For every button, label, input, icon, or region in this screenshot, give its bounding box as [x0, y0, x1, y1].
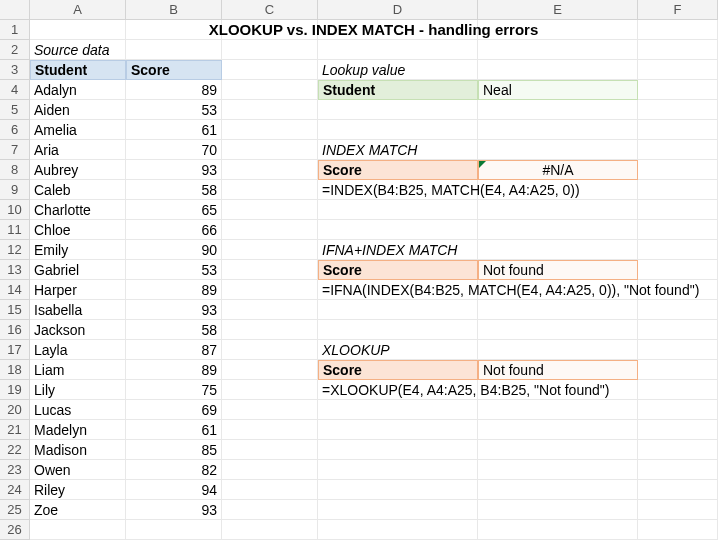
- student-score[interactable]: 85: [126, 440, 222, 460]
- ifna-result[interactable]: Not found: [478, 260, 638, 280]
- row-header-20[interactable]: 20: [0, 400, 30, 420]
- index-match-formula[interactable]: =INDEX(B4:B25, MATCH(E4, A4:A25, 0)): [318, 180, 478, 200]
- student-name[interactable]: Lily: [30, 380, 126, 400]
- row-header-8[interactable]: 8: [0, 160, 30, 180]
- cell[interactable]: [222, 380, 318, 400]
- student-name[interactable]: Gabriel: [30, 260, 126, 280]
- row-header-1[interactable]: 1: [0, 20, 30, 40]
- cell[interactable]: [222, 180, 318, 200]
- cell[interactable]: [478, 240, 638, 260]
- cell[interactable]: [638, 440, 718, 460]
- cell[interactable]: [638, 500, 718, 520]
- cell[interactable]: [478, 140, 638, 160]
- col-header-A[interactable]: A: [30, 0, 126, 20]
- student-name[interactable]: Chloe: [30, 220, 126, 240]
- student-score[interactable]: 89: [126, 80, 222, 100]
- index-match-result[interactable]: #N/A: [478, 160, 638, 180]
- student-score[interactable]: 75: [126, 380, 222, 400]
- student-name[interactable]: Zoe: [30, 500, 126, 520]
- cell[interactable]: [638, 260, 718, 280]
- cell[interactable]: [222, 160, 318, 180]
- student-name[interactable]: Adalyn: [30, 80, 126, 100]
- student-name[interactable]: Jackson: [30, 320, 126, 340]
- cell[interactable]: [318, 40, 478, 60]
- row-header-2[interactable]: 2: [0, 40, 30, 60]
- row-header-13[interactable]: 13: [0, 260, 30, 280]
- row-header-22[interactable]: 22: [0, 440, 30, 460]
- row-header-14[interactable]: 14: [0, 280, 30, 300]
- student-score[interactable]: 89: [126, 360, 222, 380]
- col-header-D[interactable]: D: [318, 0, 478, 20]
- cell[interactable]: [318, 320, 478, 340]
- cell[interactable]: [318, 220, 478, 240]
- xlookup-formula[interactable]: =XLOOKUP(E4, A4:A25, B4:B25, "Not found"…: [318, 380, 478, 400]
- cell[interactable]: [126, 40, 222, 60]
- cell[interactable]: [222, 140, 318, 160]
- cell[interactable]: [318, 460, 478, 480]
- cell[interactable]: [318, 400, 478, 420]
- cell[interactable]: [478, 400, 638, 420]
- row-header-6[interactable]: 6: [0, 120, 30, 140]
- cell[interactable]: [222, 320, 318, 340]
- cell[interactable]: [318, 500, 478, 520]
- student-name[interactable]: Owen: [30, 460, 126, 480]
- row-header-15[interactable]: 15: [0, 300, 30, 320]
- cell[interactable]: [478, 420, 638, 440]
- row-header-18[interactable]: 18: [0, 360, 30, 380]
- cell[interactable]: [638, 160, 718, 180]
- student-name[interactable]: Emily: [30, 240, 126, 260]
- cell[interactable]: [478, 460, 638, 480]
- cell[interactable]: [222, 220, 318, 240]
- row-header-23[interactable]: 23: [0, 460, 30, 480]
- student-name[interactable]: Aria: [30, 140, 126, 160]
- student-score[interactable]: 89: [126, 280, 222, 300]
- student-name[interactable]: Amelia: [30, 120, 126, 140]
- student-score[interactable]: 65: [126, 200, 222, 220]
- row-header-11[interactable]: 11: [0, 220, 30, 240]
- cell[interactable]: [638, 140, 718, 160]
- student-score[interactable]: 87: [126, 340, 222, 360]
- row-header-16[interactable]: 16: [0, 320, 30, 340]
- student-score[interactable]: 70: [126, 140, 222, 160]
- cell[interactable]: [222, 260, 318, 280]
- row-header-24[interactable]: 24: [0, 480, 30, 500]
- cell[interactable]: [126, 520, 222, 540]
- row-header-5[interactable]: 5: [0, 100, 30, 120]
- cell[interactable]: [222, 120, 318, 140]
- cell[interactable]: [318, 100, 478, 120]
- cell[interactable]: [638, 220, 718, 240]
- student-score[interactable]: 66: [126, 220, 222, 240]
- row-header-26[interactable]: 26: [0, 520, 30, 540]
- cell[interactable]: [222, 460, 318, 480]
- cell[interactable]: [222, 100, 318, 120]
- cell[interactable]: [222, 360, 318, 380]
- student-name[interactable]: Liam: [30, 360, 126, 380]
- row-header-3[interactable]: 3: [0, 60, 30, 80]
- row-header-9[interactable]: 9: [0, 180, 30, 200]
- student-name[interactable]: Lucas: [30, 400, 126, 420]
- col-header-F[interactable]: F: [638, 0, 718, 20]
- col-header-C[interactable]: C: [222, 0, 318, 20]
- cell[interactable]: [30, 520, 126, 540]
- student-score[interactable]: 93: [126, 500, 222, 520]
- cell[interactable]: [638, 520, 718, 540]
- cell[interactable]: [638, 420, 718, 440]
- student-score[interactable]: 82: [126, 460, 222, 480]
- cell[interactable]: [478, 120, 638, 140]
- cell[interactable]: [638, 40, 718, 60]
- cell[interactable]: [318, 440, 478, 460]
- student-name[interactable]: Madelyn: [30, 420, 126, 440]
- student-name[interactable]: Madison: [30, 440, 126, 460]
- cell[interactable]: [638, 80, 718, 100]
- student-score[interactable]: 93: [126, 160, 222, 180]
- cell[interactable]: [222, 60, 318, 80]
- xlookup-result[interactable]: Not found: [478, 360, 638, 380]
- cell[interactable]: [638, 340, 718, 360]
- cell[interactable]: [222, 400, 318, 420]
- cell[interactable]: [638, 240, 718, 260]
- cell[interactable]: [478, 480, 638, 500]
- cell[interactable]: [638, 460, 718, 480]
- cell[interactable]: [478, 520, 638, 540]
- row-header-17[interactable]: 17: [0, 340, 30, 360]
- cell[interactable]: [222, 300, 318, 320]
